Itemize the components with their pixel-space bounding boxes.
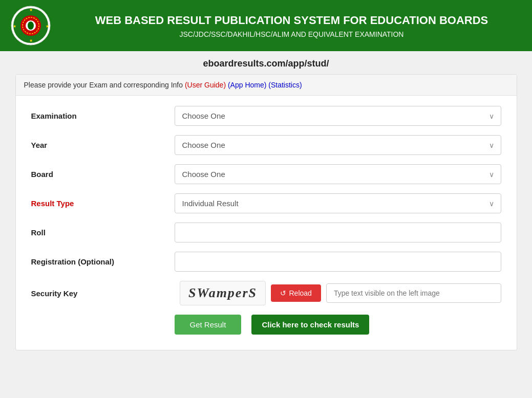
info-bar: Please provide your Exam and correspondi… — [16, 75, 517, 96]
result-type-row: Result Type Individual Result — [31, 193, 501, 213]
reload-button[interactable]: ↺ Reload — [271, 284, 321, 302]
registration-row: Registration (Optional) — [31, 252, 501, 272]
year-select[interactable]: Choose One — [175, 135, 501, 155]
board-select-wrapper: Choose One — [175, 164, 501, 184]
header-text-block: WEB BASED RESULT PUBLICATION SYSTEM FOR … — [61, 13, 522, 39]
registration-input[interactable] — [175, 252, 501, 272]
security-key-label: Security Key — [31, 289, 175, 298]
action-row: Get Result Click here to check results — [31, 315, 501, 335]
get-result-button[interactable]: Get Result — [175, 315, 242, 335]
captcha-image: SWamperS — [180, 281, 266, 305]
roll-input[interactable] — [175, 223, 501, 242]
header-subtitle: JSC/JDC/SSC/DAKHIL/HSC/ALIM AND EQUIVALE… — [61, 30, 522, 38]
examination-row: Examination Choose One — [31, 106, 501, 126]
svg-point-8 — [28, 21, 34, 30]
captcha-text: SWamperS — [188, 285, 257, 300]
svg-text:★: ★ — [13, 24, 16, 29]
government-logo: ★ ★ ★ ★ — [10, 5, 51, 46]
statistics-link[interactable]: (Statistics) — [268, 81, 302, 89]
header: ★ ★ ★ ★ WEB BASED RESULT PUBLICATION SYS… — [0, 0, 532, 51]
header-title: WEB BASED RESULT PUBLICATION SYSTEM FOR … — [61, 13, 522, 29]
year-row: Year Choose One — [31, 135, 501, 155]
svg-text:★: ★ — [46, 24, 49, 29]
info-text: Please provide your Exam and correspondi… — [24, 81, 185, 89]
board-row: Board Choose One — [31, 164, 501, 184]
main-container: Please provide your Exam and correspondi… — [15, 74, 517, 350]
security-key-row: Security Key SWamperS ↺ Reload — [31, 281, 501, 305]
check-results-button[interactable]: Click here to check results — [251, 315, 369, 335]
year-label: Year — [31, 141, 175, 149]
captcha-input[interactable] — [326, 283, 501, 303]
url-bar: eboardresults.com/app/stud/ — [0, 51, 532, 74]
svg-text:★: ★ — [29, 38, 33, 43]
result-type-select-wrapper: Individual Result — [175, 193, 501, 213]
form-area: Examination Choose One Year Choose One B… — [16, 96, 517, 350]
year-select-wrapper: Choose One — [175, 135, 501, 155]
roll-row: Roll — [31, 223, 501, 242]
examination-select[interactable]: Choose One — [175, 106, 501, 126]
examination-select-wrapper: Choose One — [175, 106, 501, 126]
result-type-label: Result Type — [31, 199, 175, 208]
app-home-link[interactable]: (App Home) — [228, 81, 266, 89]
url-text: eboardresults.com/app/stud/ — [203, 58, 329, 69]
board-label: Board — [31, 170, 175, 179]
result-type-select[interactable]: Individual Result — [175, 193, 501, 213]
reload-label: Reload — [289, 289, 312, 297]
registration-label: Registration (Optional) — [31, 257, 175, 266]
reload-icon: ↺ — [280, 289, 286, 297]
roll-label: Roll — [31, 228, 175, 237]
user-guide-link[interactable]: (User Guide) — [185, 81, 226, 89]
board-select[interactable]: Choose One — [175, 164, 501, 184]
svg-text:★: ★ — [29, 8, 33, 12]
examination-label: Examination — [31, 112, 175, 120]
